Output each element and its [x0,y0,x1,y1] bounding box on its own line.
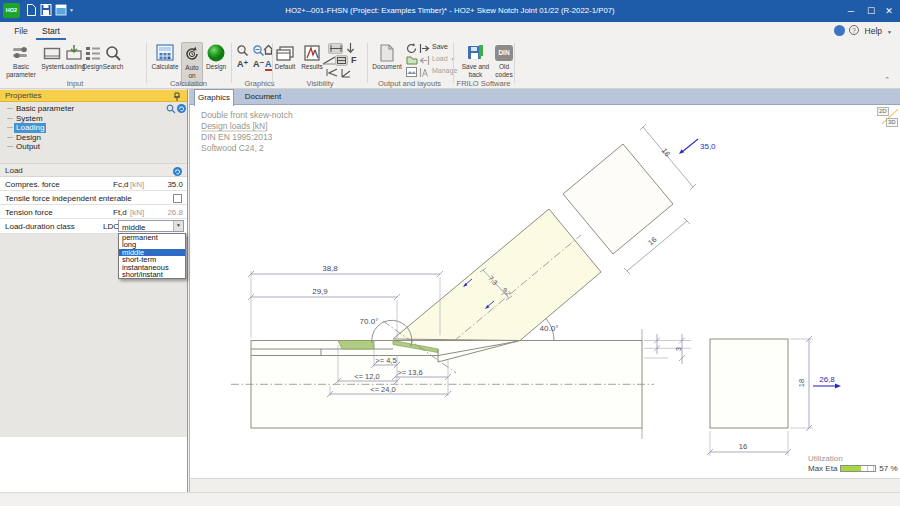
properties-header[interactable]: Properties [0,90,187,102]
tensile-independent-row: Tensile force independent enterable [0,191,187,205]
layout-image-icon[interactable] [406,67,417,77]
tab-start[interactable]: Start [36,22,66,40]
sidebar-item-basic-parameter[interactable]: Basic parameter [0,104,160,114]
section-icon[interactable] [335,55,348,66]
dim-strut-side-bottom: 16 [646,235,658,247]
tab-graphics[interactable]: Graphics [194,89,234,106]
axes-icon[interactable] [341,68,352,78]
load-duration-dropdown: permanent long middle short-term instant… [118,233,186,279]
note-loads: Design loads [kN] [201,121,268,131]
pin-icon[interactable] [173,92,181,101]
dim-end-depth: 3 [675,347,682,351]
design-calc-button[interactable]: Design [203,42,229,71]
load-reset-icon[interactable] [173,167,182,176]
windows-default-icon [272,42,298,63]
load-layout-label: Load▼ [432,55,456,62]
strut-outline [393,209,601,341]
save-layout-label[interactable]: Save [432,43,448,50]
folder-icon[interactable] [406,55,418,65]
view-2d-label: 2D [877,107,889,116]
results-button[interactable]: Results [299,42,325,71]
results-icon [299,42,325,63]
support-icon[interactable] [326,68,338,77]
window-title: HO2+--001-FHSN (Project: Examples Timber… [0,6,900,15]
font-increase-icon[interactable]: A⁺ [237,59,248,69]
zoom-icon[interactable] [236,44,249,57]
load-section-header: Load [0,163,187,177]
statusbar [0,492,900,506]
note-material: Softwood C24, 2 [201,143,264,153]
tension-force-label: 26,8 [819,375,835,384]
compression-force-input[interactable]: 35.0 [167,180,183,189]
font-decrease-icon[interactable]: A⁻ [253,59,264,69]
utilization-bar [840,465,876,472]
dim-total-length: <= 24,0 [370,385,395,394]
utilization-bar-fill [841,466,860,471]
group-label-frilo: FRILO Software [453,79,514,88]
dropdown-arrow-icon[interactable]: ▼ [173,221,183,231]
help-dropdown-icon[interactable]: ▼ [887,29,892,35]
search-button[interactable]: Search [99,42,127,71]
system-icon [40,42,64,63]
load-layout-icon [419,55,430,66]
collapse-ribbon-icon[interactable]: ⌃ [884,76,890,84]
panel-search-icon[interactable] [166,104,176,114]
sidebar-item-output[interactable]: Output [0,142,160,152]
note-title: Double front skew-notch [201,110,293,120]
sidebar-item-system[interactable]: System [0,114,160,124]
manage-layout-icon [419,67,430,78]
save-and-back-button[interactable]: Save and back [459,42,492,79]
arrow-down-icon[interactable] [346,43,355,54]
tensile-independent-checkbox[interactable] [173,194,182,203]
group-label-visibility: Visibility [273,79,367,88]
document-icon [369,42,405,63]
document-button[interactable]: Document [369,42,405,71]
maximize-button[interactable]: ☐ [862,0,880,22]
tab-document[interactable]: Document [239,89,287,105]
angle-front-label: 70.0° [360,317,379,326]
tab-file[interactable]: File [8,22,34,40]
f-toggle[interactable]: F [351,55,357,65]
load-duration-row: Load-duration class LDC middle ▼ [0,219,187,234]
panel-reset-icon[interactable] [177,104,186,113]
save-layout-icon[interactable] [419,43,430,54]
graphics-canvas[interactable]: Double front skew-notch Design loads [kN… [189,105,900,478]
dim-strut-side-top: 16 [660,146,672,158]
font-color-icon[interactable]: A [265,59,272,71]
dim-front-depth: >= 4,5 [375,356,396,365]
beam-section: 18 16 [707,336,813,456]
view-2d3d-toggle[interactable]: 2D 3D [877,107,898,127]
dim-38-8: 38,8 [322,264,338,273]
system-button[interactable]: System [40,42,64,71]
green-sphere-icon [203,42,229,63]
document-tabstrip: Graphics Document [189,89,900,105]
dim-heel-length: >= 13,6 [397,368,422,377]
help-icon[interactable]: ? [849,25,859,35]
default-button[interactable]: Default [272,42,298,71]
tension-force-row: Tension force Ft,d [kN] 26.8 [0,205,187,219]
view-3d-label: 3D [886,118,898,127]
group-label-calculation: Calculation [148,79,229,88]
sidebar-item-loading[interactable]: Loading [0,123,160,133]
group-label-input: Input [30,79,120,88]
help-menu[interactable]: Help [865,26,882,36]
close-button[interactable]: ✕ [880,0,898,22]
calculate-button[interactable]: Calculate [148,42,182,71]
compression-force-label: 35,0 [700,142,716,151]
dim-beam-height: 18 [797,379,806,387]
save-back-icon [459,42,492,63]
minimize-button[interactable]: ─ [842,0,860,22]
basic-parameter-button[interactable]: Basic parameter [2,42,40,79]
load-duration-select[interactable]: middle ▼ [118,220,184,232]
basic-parameter-icon [2,42,40,63]
dim-beam-width: 16 [739,442,747,451]
sidebar-item-design[interactable]: Design [0,133,160,143]
joint-drawing: Double front skew-notch Design loads [kN… [190,105,900,478]
menubar: File Start ? Help ▼ [0,22,900,40]
refresh-icon[interactable] [406,43,417,54]
dropdown-option-short-instant[interactable]: short/instant [119,271,185,278]
calculate-icon [148,42,182,63]
settings-gear-icon[interactable] [834,25,845,36]
angle-strut-label: 40.0° [540,324,559,333]
dimension-lines-icon[interactable] [328,43,343,54]
